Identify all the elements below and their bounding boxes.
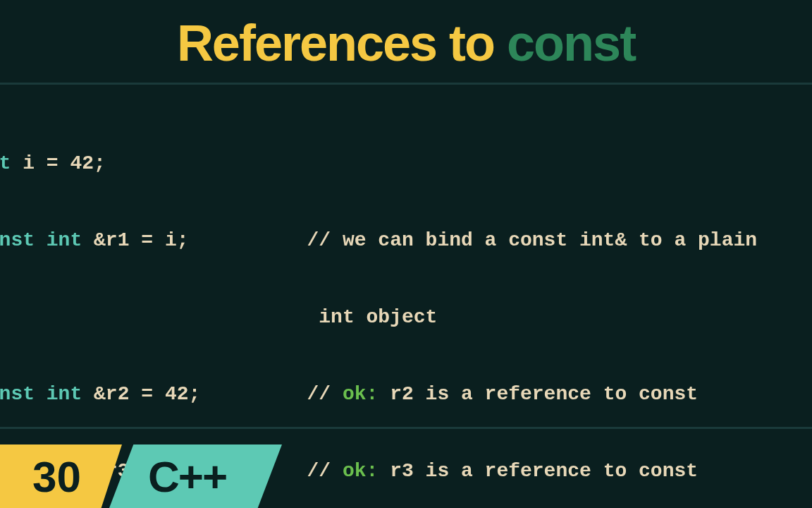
code-line-2b: int object — [0, 298, 812, 337]
code-line-2: const int &r1 = i; // we can bind a cons… — [0, 222, 812, 260]
language-badge: C++ — [109, 445, 282, 508]
code-line-3: const int &r2 = 42; // ok: r2 is a refer… — [0, 375, 812, 414]
footer-bar: C++ 30 — [0, 427, 812, 508]
slide-title-bar: References to const — [0, 0, 812, 85]
language-label: C++ — [148, 452, 226, 502]
title-part2: const — [507, 15, 635, 71]
slide-title: References to const — [177, 14, 635, 72]
slide-number: 30 — [32, 452, 81, 502]
code-line-1: int i = 42; — [0, 145, 812, 183]
slide-number-badge: 30 — [0, 445, 122, 508]
title-part1: References to — [177, 15, 507, 71]
